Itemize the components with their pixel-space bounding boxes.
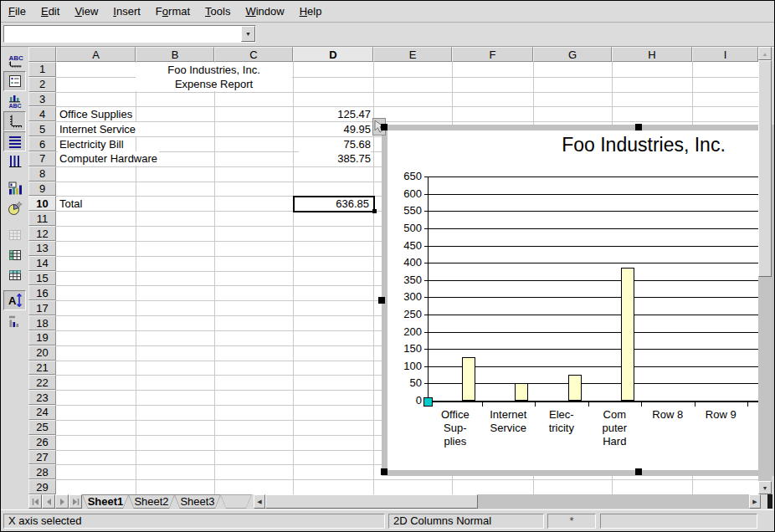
menu-edit[interactable]: Edit — [33, 1, 67, 21]
previous-sheet-button[interactable] — [42, 494, 55, 509]
x-axis-line[interactable] — [428, 401, 758, 402]
y-axis-label[interactable]: 100 — [393, 360, 422, 373]
row-header-19[interactable]: 19 — [28, 330, 56, 345]
autoformat-chart-icon[interactable] — [3, 198, 26, 218]
vertical-grid-icon[interactable] — [3, 151, 26, 171]
scroll-up-button[interactable]: ▲ — [758, 47, 772, 60]
row-header-11[interactable]: 11 — [28, 211, 56, 226]
column-header-B[interactable]: B — [136, 47, 214, 62]
data-in-rows-icon[interactable] — [3, 245, 26, 265]
y-axis-label[interactable]: 550 — [393, 204, 422, 217]
row-header-12[interactable]: 12 — [28, 226, 56, 241]
chart-bar[interactable] — [515, 383, 528, 401]
first-sheet-button[interactable] — [28, 494, 42, 509]
row-header-6[interactable]: 6 — [28, 136, 56, 151]
reorganize-chart-icon[interactable] — [3, 311, 26, 331]
column-header-D[interactable]: D — [293, 47, 373, 62]
menu-window[interactable]: Window — [238, 1, 291, 21]
object-selection-handle[interactable] — [635, 124, 642, 130]
row-header-16[interactable]: 16 — [28, 285, 56, 300]
y-axis-label[interactable]: 0 — [393, 394, 422, 407]
fill-handle[interactable] — [372, 209, 377, 213]
y-axis-label[interactable]: 450 — [393, 239, 422, 253]
row-header-23[interactable]: 23 — [28, 390, 56, 405]
y-axis-label[interactable]: 650 — [393, 170, 422, 183]
y-axis-label[interactable]: 50 — [393, 376, 422, 390]
sheet-tab-sheet3[interactable]: Sheet3 — [174, 494, 221, 509]
row-header-29[interactable]: 29 — [28, 479, 56, 494]
chart-bar[interactable] — [568, 375, 582, 401]
object-selection-handle[interactable] — [378, 297, 385, 304]
data-in-columns-icon[interactable] — [3, 265, 26, 285]
scale-text-icon[interactable]: A — [3, 290, 26, 310]
row-header-17[interactable]: 17 — [28, 300, 56, 315]
menu-insert[interactable]: Insert — [105, 1, 148, 21]
row-header-24[interactable]: 24 — [28, 405, 56, 420]
row-header-21[interactable]: 21 — [28, 361, 56, 376]
combo-dropdown-button[interactable]: ▼ — [241, 26, 255, 42]
row-header-27[interactable]: 27 — [28, 450, 56, 465]
last-sheet-button[interactable] — [69, 494, 82, 509]
menu-format[interactable]: Format — [148, 1, 198, 21]
chart-object[interactable]: Foo Industries, Inc.05010015020025030035… — [382, 125, 775, 476]
row-header-9[interactable]: 9 — [28, 182, 56, 197]
menu-help[interactable]: Help — [292, 1, 330, 21]
axis-descriptions-icon[interactable] — [3, 111, 26, 131]
horizontal-grid-icon[interactable] — [3, 131, 26, 151]
row-header-14[interactable]: 14 — [28, 256, 56, 271]
axes-title-on-off-icon[interactable]: ABC — [3, 91, 26, 111]
x-axis-label[interactable]: Row 8 — [642, 408, 694, 422]
y-axis-label[interactable]: 600 — [393, 187, 422, 201]
row-header-25[interactable]: 25 — [28, 420, 56, 435]
x-axis-label[interactable]: Row 9 — [695, 408, 747, 422]
sheet-tab-sheet2[interactable]: Sheet2 — [128, 494, 175, 509]
column-header-C[interactable]: C — [214, 47, 293, 62]
row-header-2[interactable]: 2 — [28, 77, 56, 92]
row-header-22[interactable]: 22 — [28, 375, 56, 390]
row-header-20[interactable]: 20 — [28, 345, 56, 361]
object-selection-handle[interactable] — [381, 124, 388, 130]
url-combobox[interactable]: ▼ — [3, 25, 256, 43]
x-axis-label[interactable]: OfficeSup-plies — [429, 408, 481, 448]
row-header-13[interactable]: 13 — [28, 241, 56, 256]
row-header-5[interactable]: 5 — [28, 121, 56, 136]
y-axis-label[interactable]: 200 — [393, 325, 422, 339]
title-on-off-icon[interactable]: ABC — [3, 51, 26, 71]
scroll-left-button[interactable]: ◀ — [254, 494, 265, 509]
vertical-scrollbar[interactable]: ▲ ▼ — [758, 47, 772, 494]
legend-on-off-icon[interactable] — [3, 71, 26, 91]
y-axis-label[interactable]: 150 — [393, 342, 422, 356]
y-axis-label[interactable]: 400 — [393, 256, 422, 269]
row-header-15[interactable]: 15 — [28, 271, 56, 286]
column-header-I[interactable]: I — [692, 47, 758, 62]
column-header-A[interactable]: A — [56, 47, 136, 62]
scroll-down-button[interactable]: ▼ — [758, 481, 772, 494]
column-header-F[interactable]: F — [452, 47, 533, 62]
object-selection-handle[interactable] — [635, 468, 642, 475]
row-header-10[interactable]: 10 — [28, 196, 56, 211]
row-header-26[interactable]: 26 — [28, 435, 56, 450]
vertical-scroll-thumb[interactable] — [758, 60, 772, 277]
row-header-8[interactable]: 8 — [28, 166, 56, 182]
menu-file[interactable]: File — [1, 1, 33, 21]
column-header-E[interactable]: E — [373, 47, 452, 62]
object-selection-handle[interactable] — [381, 468, 388, 475]
scrollbar-split-handle[interactable] — [767, 494, 772, 509]
chart-bar[interactable] — [462, 357, 475, 401]
row-header-7[interactable]: 7 — [28, 151, 56, 166]
row-header-4[interactable]: 4 — [28, 106, 56, 121]
row-header-28[interactable]: 28 — [28, 464, 56, 479]
scroll-right-button[interactable]: ▶ — [749, 494, 761, 509]
y-axis-label[interactable]: 300 — [393, 290, 422, 304]
row-header-1[interactable]: 1 — [28, 62, 56, 77]
menu-view[interactable]: View — [67, 1, 105, 21]
select-all-corner[interactable] — [28, 47, 56, 62]
y-axis-label[interactable]: 350 — [393, 274, 422, 287]
row-header-18[interactable]: 18 — [28, 315, 56, 330]
menu-tools[interactable]: Tools — [198, 1, 238, 21]
url-input[interactable] — [5, 27, 241, 41]
chart-bar[interactable] — [621, 268, 634, 401]
next-sheet-button[interactable] — [55, 494, 69, 509]
x-axis-label[interactable]: ComputerHard — [588, 408, 640, 448]
y-axis-label[interactable]: 250 — [393, 308, 422, 321]
